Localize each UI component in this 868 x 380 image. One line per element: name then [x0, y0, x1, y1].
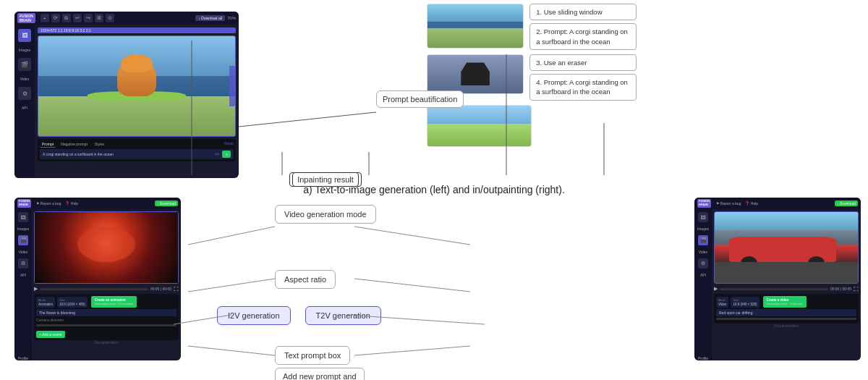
- bl-sidebar-video[interactable]: 🎬: [18, 235, 28, 245]
- top-section: FUSION BRAIN + ⟳ ⧉ ↩ ↪ ⊞ ⊙ ↓ Download al…: [0, 0, 868, 181]
- toolbar-icon-1[interactable]: +: [41, 14, 49, 22]
- bl-sidebar-images[interactable]: 🖼: [18, 212, 28, 222]
- bottom-connectors: [181, 198, 492, 371]
- outpainting-results: 1. Use sliding window 2. Prompt: A corgi…: [427, 4, 637, 147]
- zoom-level: 70%: [227, 16, 236, 20]
- report-bug-link-right[interactable]: ⚑ Report a bug: [716, 201, 741, 206]
- bottom-left-links: ⚑ Report a bug ❓ Help: [36, 201, 78, 206]
- toolbar-icon-2[interactable]: ⟳: [51, 14, 60, 22]
- sidebar-images-icon[interactable]: 🖼: [18, 29, 31, 42]
- bottom-left-prompt[interactable]: The flower is blooming: [36, 309, 176, 316]
- prompt-area: Prompt Negative prompt Styles Reset A co…: [38, 139, 236, 161]
- right-mode-control[interactable]: Mode Video: [716, 297, 728, 308]
- progress-bar-right[interactable]: [720, 288, 828, 290]
- add-scene-button[interactable]: + Add a scene: [36, 331, 65, 338]
- main-container: FUSION BRAIN + ⟳ ⧉ ↩ ↪ ⊞ ⊙ ↓ Download al…: [0, 0, 868, 380]
- br-api-label: API: [700, 273, 706, 277]
- canvas-extend-handle[interactable]: [229, 66, 235, 106]
- i2v-generation-box: I2V generation: [217, 306, 291, 325]
- play-button-left[interactable]: ▶: [34, 286, 38, 292]
- download-btn-right[interactable]: ↓ Download: [835, 200, 858, 206]
- mode-value: Animation: [38, 303, 53, 306]
- toolbar-icon-5[interactable]: ⊞: [95, 14, 103, 22]
- svg-line-7: [354, 227, 470, 245]
- documentation-label-left[interactable]: Documentation: [34, 340, 179, 345]
- svg-line-8: [188, 279, 275, 292]
- bl-sidebar-api[interactable]: ⚙: [18, 258, 28, 269]
- toolbar-right: ↓ Download all 70%: [195, 15, 236, 21]
- fullscreen-right[interactable]: ⛶: [854, 287, 859, 292]
- mode-control[interactable]: Mode Animation: [36, 297, 55, 308]
- prompt-tab-prompt[interactable]: Prompt: [40, 141, 56, 148]
- sidebar-api-icon[interactable]: ⚙: [18, 87, 31, 100]
- prompt-input-bar[interactable]: A corgi standing on a surfboard in the o…: [40, 149, 234, 159]
- panel-sidebar: 🖼 Images 🎬 Video ⚙ API: [14, 25, 35, 178]
- documentation-label-right[interactable]: Documentation: [714, 324, 859, 328]
- download-all-button[interactable]: ↓ Download all: [195, 15, 225, 21]
- bottom-right-canvas[interactable]: [714, 211, 859, 284]
- prompt-beautification-callout: Prompt beautification: [376, 90, 464, 108]
- svg-line-13: [354, 346, 470, 355]
- outpainting-result-1: [427, 4, 524, 48]
- bottom-left-toolbar: FUSION BRAIN ⚑ Report a bug ❓ Help ↓ Dow…: [14, 198, 181, 209]
- mini-scrollbar-right[interactable]: [716, 318, 856, 320]
- text-prompt-box-bottom: Text prompt box: [275, 346, 350, 365]
- progress-bar-left[interactable]: [40, 288, 148, 290]
- br-sidebar-api[interactable]: ⚙: [698, 258, 708, 269]
- sidebar-video-icon[interactable]: 🎬: [18, 58, 31, 71]
- bottom-right-toolbar: FUSION BRAIN ⚑ Report a bug ❓ Help ↓ Dow…: [694, 198, 861, 209]
- svg-line-3: [239, 112, 376, 127]
- toolbar-icon-6[interactable]: ⊙: [106, 14, 114, 22]
- edit-icon[interactable]: ✏: [215, 151, 220, 158]
- toolbar-icon-3[interactable]: ⧉: [62, 14, 71, 22]
- inpainting-result-1: [427, 54, 524, 94]
- step2-callout: 2. Prompt: A corgi standing on a surfboa…: [529, 23, 637, 50]
- bottom-left-sidebar: 🖼 Images 🎬 Video ⚙ API Profile: [14, 209, 32, 360]
- report-bug-link-left[interactable]: ⚑ Report a bug: [36, 201, 61, 206]
- step1-callout: 1. Use sliding window: [529, 4, 637, 20]
- create-video-button[interactable]: Create a video Generation time: ~4 minut…: [763, 296, 807, 308]
- br-sidebar-images[interactable]: 🖼: [698, 212, 708, 222]
- camera-direction: Camera direction: [36, 318, 64, 322]
- step4-callout: 4. Prompt: A corgi standing on a surfboa…: [529, 74, 637, 101]
- size-control-left[interactable]: Size 16:9 (1024 × 480): [57, 297, 88, 308]
- corgi-image: [38, 36, 235, 136]
- bottom-left-canvas[interactable]: [34, 211, 179, 284]
- bottom-right-controls: Mode Video Size 16:9 (940 × 528) Create …: [714, 294, 859, 324]
- text-prompt-callout-bottom: Text prompt box: [275, 346, 350, 365]
- mini-scrollbar-left[interactable]: [36, 324, 176, 326]
- generation-boxes: I2V generation T2V generation: [217, 306, 381, 325]
- help-link-left[interactable]: ❓ Help: [65, 201, 78, 206]
- br-profile-label: Profile: [698, 356, 708, 360]
- prompt-tab-styles[interactable]: Styles: [93, 141, 107, 148]
- toolbar-icon-undo[interactable]: ↩: [73, 14, 82, 22]
- generate-button[interactable]: +: [222, 151, 231, 158]
- br-sidebar-video[interactable]: 🎬: [698, 235, 708, 245]
- right-controls-row-1: Mode Video Size 16:9 (940 × 528) Create …: [716, 296, 856, 308]
- bottom-right-prompt[interactable]: Red sport car drifting: [716, 309, 856, 316]
- bottom-left-logo: FUSION BRAIN: [17, 199, 31, 208]
- help-link-right[interactable]: ❓ Help: [745, 201, 758, 206]
- bottom-left-video-controls: ▶ 00:00 | 00:05 ⛶: [34, 286, 179, 292]
- canvas-area[interactable]: [38, 35, 236, 137]
- bottom-right-sidebar: 🖼 Images 🎬 Video ⚙ API Profile: [694, 209, 712, 360]
- panel-main: 1024×572 1:1 16:9 9:16 3:2 2:1: [35, 25, 239, 178]
- inpainting-label: Inpainting result: [292, 172, 359, 187]
- t2v-generation-box: T2V generation: [305, 306, 381, 325]
- prompt-tab-negative[interactable]: Negative prompt: [59, 141, 90, 148]
- panel-toolbar: FUSION BRAIN + ⟳ ⧉ ↩ ↪ ⊞ ⊙ ↓ Download al…: [14, 12, 239, 25]
- fullscreen-left[interactable]: ⛶: [174, 287, 179, 292]
- sidebar-images-label: Images: [19, 48, 30, 52]
- toolbar-icon-redo[interactable]: ↪: [84, 14, 93, 22]
- br-video-label: Video: [699, 250, 708, 254]
- controls-row-1: Mode Animation Size 16:9 (1024 × 480) Cr…: [36, 296, 176, 308]
- left-ui-panel: FUSION BRAIN + ⟳ ⧉ ↩ ↪ ⊞ ⊙ ↓ Download al…: [14, 12, 239, 178]
- create-animation-button[interactable]: Create an animation Generation time: ~1.…: [91, 296, 137, 308]
- play-button-right[interactable]: ▶: [714, 286, 718, 292]
- download-btn-left[interactable]: ↓ Download: [155, 200, 178, 206]
- size-control-right[interactable]: Size 16:9 (940 × 528): [731, 297, 759, 308]
- aspect-ratio-callout-bottom: Aspect ratio: [275, 270, 336, 289]
- size-value-left: 16:9 (1024 × 480): [59, 303, 85, 306]
- prompt-reset-button[interactable]: Reset: [224, 141, 234, 148]
- step3-callout: 3. Use an eraser: [529, 54, 637, 71]
